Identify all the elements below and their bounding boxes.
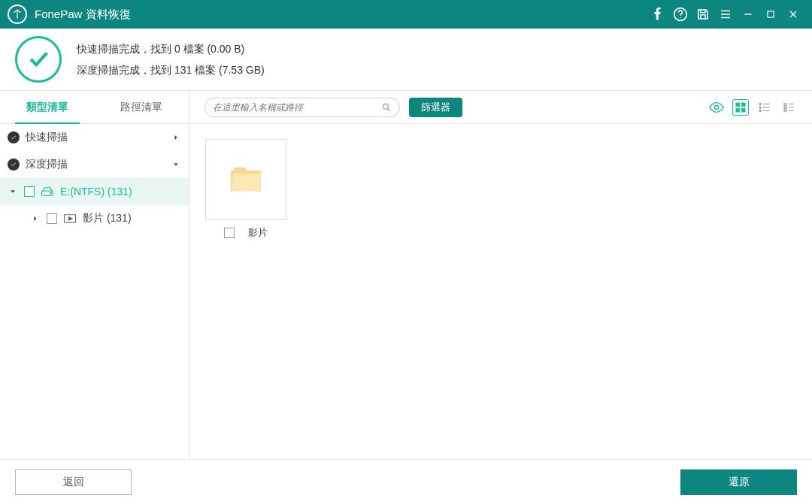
- svg-point-1: [680, 17, 680, 18]
- chevron-right-icon: [171, 133, 181, 142]
- svg-point-13: [759, 106, 761, 107]
- search-box[interactable]: [205, 98, 400, 117]
- save-icon[interactable]: [692, 0, 714, 29]
- tab-path-list[interactable]: 路徑清單: [95, 91, 189, 123]
- facebook-icon[interactable]: [647, 0, 669, 29]
- folder-icon: [231, 167, 261, 192]
- bottom-bar: 返回 還原: [0, 459, 812, 504]
- checkbox[interactable]: [224, 228, 235, 238]
- video-icon: [63, 213, 77, 224]
- close-icon[interactable]: [782, 0, 804, 29]
- help-icon[interactable]: [669, 0, 692, 29]
- deep-scan-status-text: 深度掃描完成，找到 131 檔案 (7.53 GB): [77, 59, 265, 80]
- preview-icon[interactable]: [708, 99, 725, 116]
- titlebar: FonePaw 資料恢復: [0, 0, 812, 29]
- filter-button[interactable]: 篩選器: [409, 98, 462, 117]
- tree-label: E:(NTFS) (131): [60, 186, 132, 198]
- minimize-icon[interactable]: [737, 0, 759, 29]
- content-area: 篩選器 影片: [189, 91, 812, 459]
- restore-button[interactable]: 還原: [680, 469, 797, 495]
- svg-rect-2: [768, 11, 774, 17]
- svg-rect-15: [783, 103, 787, 112]
- search-input[interactable]: [213, 102, 377, 113]
- file-grid: 影片: [189, 124, 812, 459]
- check-circle-icon: [8, 158, 20, 171]
- svg-point-12: [759, 103, 761, 104]
- svg-rect-8: [736, 103, 740, 107]
- tab-label: 類型清單: [26, 101, 68, 114]
- svg-rect-9: [741, 103, 745, 107]
- app-logo-icon: [8, 5, 27, 24]
- tree-drive-e[interactable]: E:(NTFS) (131): [0, 178, 189, 205]
- app-title: FonePaw 資料恢復: [35, 8, 647, 22]
- drive-icon: [41, 186, 54, 197]
- detail-view-icon[interactable]: [780, 99, 797, 116]
- svg-point-7: [714, 105, 719, 110]
- menu-icon[interactable]: [714, 0, 737, 29]
- svg-rect-10: [736, 108, 740, 112]
- back-button[interactable]: 返回: [15, 469, 132, 495]
- tree-label: 快速掃描: [26, 131, 165, 144]
- search-icon: [381, 102, 392, 113]
- toolbar: 篩選器: [189, 91, 812, 124]
- tab-type-list[interactable]: 類型清單: [0, 91, 95, 123]
- complete-check-icon: [15, 36, 62, 83]
- folder-label: 影片: [248, 226, 268, 240]
- svg-rect-11: [741, 108, 745, 112]
- svg-point-6: [383, 104, 388, 109]
- svg-point-4: [50, 193, 52, 195]
- file-tree: 快速掃描 深度掃描 E:(NTFS) (131) 影片 (131): [0, 124, 189, 459]
- tree-label: 影片 (131): [83, 212, 132, 225]
- check-circle-icon: [8, 131, 20, 143]
- chevron-right-icon: [30, 214, 41, 223]
- tree-deep-scan[interactable]: 深度掃描: [0, 151, 189, 178]
- list-view-icon[interactable]: [756, 99, 773, 116]
- maximize-icon[interactable]: [759, 0, 782, 29]
- folder-item[interactable]: 影片: [205, 139, 287, 240]
- chevron-down-icon: [8, 187, 18, 196]
- tree-label: 深度掃描: [26, 158, 165, 171]
- tree-quick-scan[interactable]: 快速掃描: [0, 124, 189, 151]
- tab-label: 路徑清單: [120, 101, 162, 114]
- chevron-down-icon: [171, 160, 181, 169]
- checkbox[interactable]: [24, 186, 35, 197]
- scan-status: 快速掃描完成，找到 0 檔案 (0.00 B) 深度掃描完成，找到 131 檔案…: [0, 29, 812, 90]
- checkbox[interactable]: [47, 213, 57, 224]
- sidebar-tabs: 類型清單 路徑清單: [0, 91, 189, 124]
- grid-view-icon[interactable]: [732, 99, 749, 116]
- folder-thumbnail: [205, 139, 286, 220]
- sidebar: 類型清單 路徑清單 快速掃描 深度掃描 E:(NTFS) (131): [0, 91, 189, 459]
- quick-scan-status-text: 快速掃描完成，找到 0 檔案 (0.00 B): [77, 38, 265, 59]
- tree-video[interactable]: 影片 (131): [0, 205, 189, 232]
- svg-point-14: [759, 110, 761, 111]
